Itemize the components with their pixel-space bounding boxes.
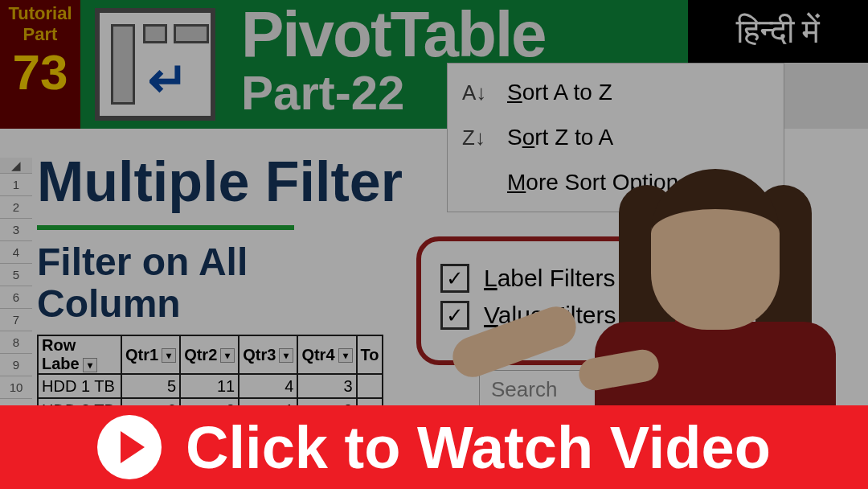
- row-num[interactable]: 9: [0, 354, 32, 376]
- filter-dropdown-icon[interactable]: ▾: [220, 348, 235, 363]
- row-number-gutter: ◢ 1 2 3 4 5 6 7 8 9 10 11: [0, 158, 32, 421]
- row-num[interactable]: 3: [0, 219, 32, 241]
- badge-line2: Part: [0, 24, 80, 45]
- col-qtr1[interactable]: Qtr1▾: [121, 335, 180, 374]
- heading-underline: [37, 225, 294, 230]
- row-num[interactable]: 1: [0, 174, 32, 196]
- pivot-icon-container: ↵: [80, 0, 230, 129]
- table-header-row: Row Labe▾ Qtr1▾ Qtr2▾ Qtr3▾ Qtr4▾ To: [38, 335, 383, 374]
- cell[interactable]: [357, 374, 383, 398]
- select-all-cell[interactable]: ◢: [0, 158, 32, 174]
- title-line1: PivotTable: [241, 0, 688, 69]
- col-qtr4[interactable]: Qtr4▾: [297, 335, 356, 374]
- sort-desc-icon: Z↓: [462, 125, 494, 150]
- row-num[interactable]: 6: [0, 286, 32, 309]
- heading-filter-all-column: Filter on All Column: [37, 241, 248, 325]
- checkbox-checked-icon[interactable]: ✓: [440, 264, 469, 293]
- refresh-arrow-icon: ↵: [148, 51, 188, 108]
- cell[interactable]: 5: [121, 374, 180, 398]
- presenter-image: [563, 105, 860, 410]
- heading-multiple-filter: Multiple Filter: [37, 150, 403, 214]
- tutorial-badge: Tutorial Part 73: [0, 0, 80, 129]
- watch-video-cta[interactable]: Click to Watch Video: [0, 405, 868, 489]
- badge-line1: Tutorial: [0, 3, 80, 24]
- hindi-label: हिन्दी में: [688, 0, 868, 63]
- row-num[interactable]: 5: [0, 264, 32, 286]
- cell[interactable]: 4: [239, 374, 297, 398]
- pivot-table-icon: ↵: [95, 8, 215, 121]
- cell[interactable]: 11: [180, 374, 239, 398]
- filter-dropdown-icon[interactable]: ▾: [162, 348, 176, 363]
- row-num[interactable]: 2: [0, 196, 32, 219]
- badge-number: 73: [0, 48, 80, 97]
- row-num[interactable]: 8: [0, 331, 32, 354]
- play-icon: [97, 415, 162, 479]
- sort-asc-icon: A↓: [462, 80, 494, 105]
- checkbox-checked-icon[interactable]: ✓: [440, 301, 469, 330]
- col-total[interactable]: To: [357, 335, 383, 374]
- cell-label[interactable]: HDD 1 TB: [38, 374, 121, 398]
- cta-text: Click to Watch Video: [186, 413, 771, 482]
- row-num[interactable]: 10: [0, 376, 32, 399]
- filter-dropdown-icon[interactable]: ▾: [83, 358, 97, 372]
- filter-dropdown-icon[interactable]: ▾: [338, 348, 353, 363]
- table-row[interactable]: HDD 1 TB 5 11 4 3: [38, 374, 383, 398]
- row-num[interactable]: 4: [0, 241, 32, 264]
- col-qtr2[interactable]: Qtr2▾: [180, 335, 239, 374]
- col-row-labels[interactable]: Row Labe▾: [38, 335, 121, 374]
- cell[interactable]: 3: [297, 374, 356, 398]
- col-qtr3[interactable]: Qtr3▾: [239, 335, 297, 374]
- filter-dropdown-icon[interactable]: ▾: [279, 348, 293, 363]
- row-num[interactable]: 7: [0, 309, 32, 331]
